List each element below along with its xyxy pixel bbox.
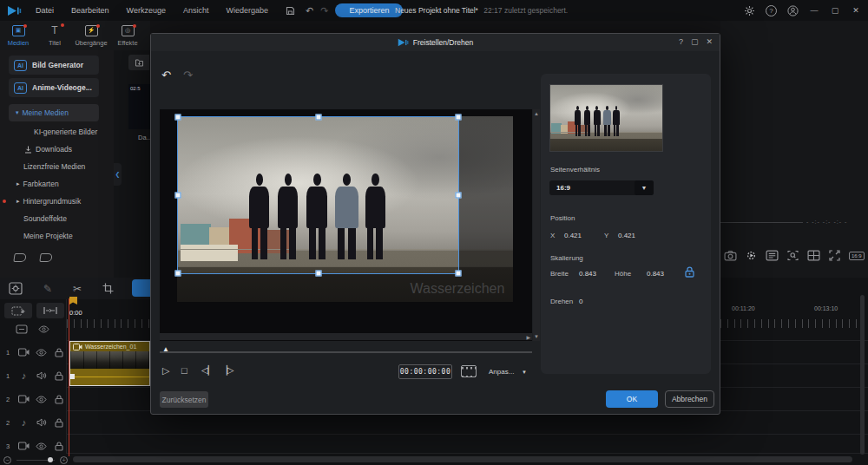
redo-icon[interactable]: ↷ — [320, 5, 328, 16]
width-value[interactable]: 0.843 — [579, 270, 596, 278]
zoom-slider[interactable] — [16, 460, 55, 461]
eye-icon[interactable] — [38, 325, 49, 333]
step-forward-button[interactable]: ▕▷ — [220, 365, 233, 375]
lock-icon[interactable] — [55, 371, 63, 381]
crop-handle-e[interactable] — [456, 193, 462, 199]
speaker-icon[interactable] — [36, 371, 47, 380]
reset-button[interactable]: Zurücksetzen — [160, 391, 208, 408]
scroll-right-icon[interactable]: ▶ — [526, 334, 530, 340]
master-track-icon[interactable] — [16, 324, 28, 334]
frame-view-icon[interactable] — [461, 365, 477, 377]
menu-ansicht[interactable]: Ansicht — [174, 6, 218, 15]
menu-wiedergabe[interactable]: Wiedergabe — [217, 6, 277, 15]
seek-thumb[interactable]: ▲ — [162, 345, 169, 353]
tag-icon[interactable] — [39, 253, 52, 262]
scroll-up-icon[interactable]: ▲ — [534, 111, 539, 116]
aspect-ratio-badge[interactable]: 16:9 — [849, 252, 865, 260]
close-icon[interactable]: ✕ — [851, 5, 861, 16]
anime-video-button[interactable]: AI Anime-Videoge... — [9, 78, 99, 97]
sidebar-item-meine-medien[interactable]: ▾ Meine Medien — [9, 104, 99, 121]
sidebar-item-downloads[interactable]: Downloads — [9, 142, 104, 156]
clip-fade-handle[interactable] — [70, 374, 75, 379]
dialog-titlebar[interactable]: Freistellen/Drehen — [151, 34, 720, 51]
player-progress-bar[interactable] — [720, 222, 803, 223]
eye-icon[interactable] — [36, 349, 47, 357]
crop-handle-w[interactable] — [175, 193, 181, 199]
media-thumbnail[interactable]: 02:5 — [128, 84, 150, 129]
timeline-clip-wasserzeichen[interactable]: Wasserzeichen_01 — [69, 341, 150, 386]
timeline-ruler[interactable] — [720, 319, 866, 328]
scroll-down-icon[interactable]: ▼ — [534, 334, 539, 339]
save-icon[interactable] — [286, 6, 295, 16]
crop-icon[interactable] — [102, 283, 114, 294]
export-button[interactable]: Exportieren — [335, 3, 403, 17]
crop-handle-sw[interactable] — [175, 271, 181, 277]
split-screen-icon[interactable] — [807, 250, 820, 261]
add-tag-icon[interactable] — [13, 253, 26, 262]
playhead[interactable] — [69, 298, 69, 456]
import-media-button[interactable] — [128, 55, 149, 70]
dialog-redo-icon[interactable]: ↷ — [183, 69, 193, 82]
add-marker-button[interactable] — [4, 303, 32, 318]
canvas-horizontal-scrollbar[interactable]: ▶ — [160, 333, 532, 340]
playback-settings-icon[interactable] — [766, 250, 779, 261]
zoom-in-icon[interactable]: + — [60, 456, 68, 464]
zoom-out-icon[interactable]: − — [3, 456, 11, 464]
snapshot-camera-icon[interactable] — [724, 250, 737, 261]
ok-button[interactable]: OK — [606, 390, 658, 408]
step-back-button[interactable]: ◁▏ — [201, 365, 214, 375]
bild-generator-button[interactable]: AI Bild Generator — [9, 56, 99, 75]
minimize-icon[interactable]: — — [809, 5, 819, 16]
clip-properties-icon[interactable] — [9, 282, 23, 295]
draw-pen-icon[interactable]: ✎ — [43, 283, 52, 295]
crop-canvas[interactable]: Wasserzeichen — [160, 109, 532, 341]
menu-werkzeuge[interactable]: Werkzeuge — [118, 6, 174, 15]
sidebar-item-lizenzfrei[interactable]: Lizenzfreie Medien — [9, 160, 104, 174]
sidebar-item-farbkarten[interactable]: ▸ Farbkarten — [9, 177, 104, 191]
crop-handle-n[interactable] — [315, 115, 321, 121]
snap-button[interactable] — [36, 303, 64, 318]
track-header-audio-1[interactable]: 1 ♪ — [0, 364, 66, 387]
dialog-help-icon[interactable]: ? — [679, 37, 683, 46]
preview-zoom-icon[interactable] — [786, 250, 799, 261]
lock-icon[interactable] — [55, 442, 63, 451]
track-header-video-2[interactable]: 2 — [0, 388, 66, 410]
crop-box[interactable] — [177, 116, 459, 274]
settings-gear-icon[interactable] — [744, 5, 755, 16]
tab-medien[interactable]: ▣ Medien — [0, 21, 36, 50]
timeline-marker-icon[interactable] — [69, 297, 77, 305]
help-icon[interactable]: ? — [766, 5, 777, 16]
undo-icon[interactable]: ↶ — [306, 5, 313, 16]
lock-icon[interactable] — [55, 418, 63, 428]
preview-seek-slider[interactable]: ▲ — [160, 351, 532, 353]
tab-titel[interactable]: T Titel — [36, 21, 73, 50]
speaker-icon[interactable] — [36, 418, 47, 427]
rotate-value[interactable]: 0 — [579, 298, 582, 305]
split-scissors-icon[interactable]: ✂ — [73, 283, 82, 295]
fullscreen-icon[interactable] — [828, 250, 841, 261]
lock-icon[interactable] — [55, 395, 63, 404]
link-lock-icon[interactable] — [685, 266, 694, 278]
sidebar-item-soundeffekte[interactable]: Soundeffekte — [9, 212, 104, 226]
height-value[interactable]: 0.843 — [647, 270, 664, 278]
sidebar-item-ki-bilder[interactable]: KI-generierte Bilder — [9, 125, 104, 139]
ai-tool-button[interactable] — [132, 279, 150, 297]
y-value[interactable]: 0.421 — [618, 232, 635, 239]
tab-effekte[interactable]: ◎ Effekte — [109, 21, 146, 50]
dialog-undo-icon[interactable]: ↶ — [161, 69, 171, 82]
timeline-ruler[interactable] — [67, 319, 150, 328]
stop-button[interactable]: □ — [181, 365, 187, 376]
menu-datei[interactable]: Datei — [27, 6, 62, 15]
collapse-panel-button[interactable]: ❮ — [114, 163, 122, 186]
crop-handle-se[interactable] — [456, 271, 462, 277]
sidebar-item-hintergrundmusik[interactable]: ▸ Hintergrundmusik — [9, 194, 104, 208]
eye-icon[interactable] — [36, 396, 47, 403]
menu-bearbeiten[interactable]: Bearbeiten — [62, 6, 118, 15]
crop-handle-s[interactable] — [315, 271, 321, 277]
tab-uebergaenge[interactable]: ⚡ Übergänge — [73, 21, 109, 50]
zoom-slider-knob[interactable] — [48, 457, 53, 462]
dialog-maximize-icon[interactable]: ▢ — [691, 37, 699, 46]
dialog-timecode[interactable]: 00:00:00:00 — [398, 364, 452, 379]
x-value[interactable]: 0.421 — [564, 232, 582, 239]
sidebar-item-meine-projekte[interactable]: Meine Projekte — [9, 229, 104, 243]
